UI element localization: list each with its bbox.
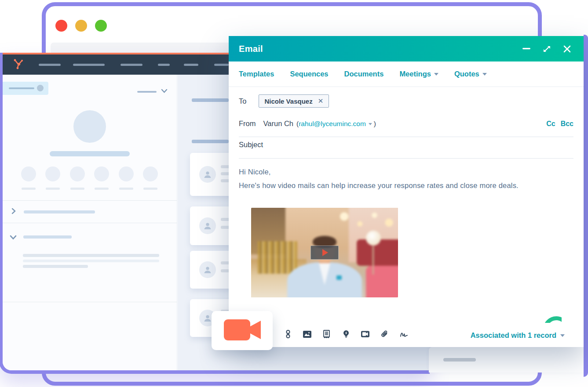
tab-templates[interactable]: Templates [239, 70, 274, 78]
person-icon [199, 261, 216, 278]
cc-link[interactable]: Cc [546, 120, 555, 128]
modal-tabs: Templates Sequences Documents Meetings Q… [229, 61, 584, 87]
tab-quotes[interactable]: Quotes [454, 70, 487, 78]
nav-item-placeholder [184, 64, 198, 66]
video-icon[interactable] [361, 330, 369, 338]
chevron-down-icon [10, 234, 17, 242]
contact-action-placeholder [119, 166, 134, 181]
associated-records-dropdown[interactable]: Associated with 1 record [471, 331, 565, 340]
contact-action-placeholder [21, 166, 36, 181]
tab-documents[interactable]: Documents [344, 70, 384, 78]
modal-header: Email [229, 36, 584, 61]
nav-item-placeholder [214, 64, 229, 66]
section-title-placeholder [23, 235, 72, 239]
contact-action-placeholder [94, 166, 109, 181]
modal-footer: Associated with 1 record [229, 326, 584, 347]
chevron-down-icon [482, 73, 487, 76]
minimize-traffic-light-icon [75, 20, 87, 32]
recipient-name: Nicole Vasquez [264, 98, 312, 105]
sender-name: Varun Ch [263, 119, 293, 128]
actions-placeholder [137, 91, 157, 93]
chevron-down-icon [369, 123, 372, 125]
email-body-line[interactable]: Hi Nicole, [239, 168, 271, 176]
nav-item-placeholder [73, 64, 105, 66]
to-row: To Nicole Vasquez ✕ [239, 94, 329, 108]
hubspot-sprocket-icon [12, 58, 25, 72]
contact-action-placeholder [70, 166, 85, 181]
chevron-right-icon [11, 208, 16, 216]
link-icon[interactable] [284, 330, 292, 338]
template-icon[interactable] [322, 330, 331, 338]
sender-email-link[interactable]: rahul@lyceuminc.com [299, 120, 366, 128]
editor-toolbar [284, 330, 408, 338]
nav-item-placeholder [158, 64, 170, 66]
contact-action-placeholder [143, 166, 158, 181]
from-label: From [239, 119, 256, 128]
image-icon[interactable] [303, 330, 311, 338]
subject-field[interactable]: Subject [239, 141, 263, 149]
contact-action-placeholder [45, 166, 60, 181]
video-thumbnail[interactable] [251, 208, 398, 297]
back-link-placeholder [3, 82, 48, 95]
traffic-lights [55, 20, 107, 32]
email-body-line[interactable]: Here's how video mails can help increase… [239, 181, 519, 190]
chevron-down-icon [560, 334, 565, 337]
modal-purple-border [584, 35, 588, 377]
recipient-chip[interactable]: Nicole Vasquez ✕ [259, 94, 329, 108]
chevron-down-icon [434, 73, 438, 76]
person-icon [199, 166, 216, 183]
timeline-date-placeholder [192, 140, 229, 143]
create-video-button[interactable] [212, 311, 273, 350]
nav-item-placeholder [39, 64, 61, 66]
close-icon[interactable] [562, 44, 571, 53]
email-compose-modal: Email Te [229, 36, 584, 347]
expand-icon[interactable] [542, 44, 551, 53]
from-row: From Varun Ch (rahul@lyceuminc.com) Cc B… [239, 119, 573, 128]
page: Email Te [0, 0, 588, 387]
reply-box-placeholder [429, 347, 584, 373]
tab-meetings[interactable]: Meetings [399, 70, 438, 78]
sprocket-arc-decoration [543, 316, 562, 323]
attachment-icon[interactable] [380, 330, 389, 338]
modal-title: Email [239, 44, 263, 54]
tab-sequences[interactable]: Sequences [290, 70, 328, 78]
signature-icon[interactable] [400, 330, 408, 338]
lightbulb-icon[interactable] [342, 330, 350, 338]
timeline-date-placeholder [192, 98, 229, 102]
remove-recipient-icon[interactable]: ✕ [318, 97, 324, 105]
close-traffic-light-icon [55, 20, 67, 32]
play-icon [322, 249, 328, 256]
contact-avatar [73, 110, 106, 143]
contact-name-placeholder [50, 151, 130, 156]
contact-panel [3, 75, 177, 370]
section-title-placeholder [24, 210, 95, 213]
video-play-button[interactable] [310, 246, 339, 260]
to-label: To [239, 97, 246, 105]
chevron-down-icon [161, 87, 168, 95]
video-camera-icon [223, 318, 262, 343]
associated-label: Associated with 1 record [471, 331, 556, 340]
bcc-link[interactable]: Bcc [561, 120, 573, 128]
nav-item-placeholder [121, 64, 142, 66]
zoom-traffic-light-icon [95, 20, 107, 32]
person-icon [199, 217, 216, 234]
minimize-icon[interactable] [522, 44, 531, 53]
